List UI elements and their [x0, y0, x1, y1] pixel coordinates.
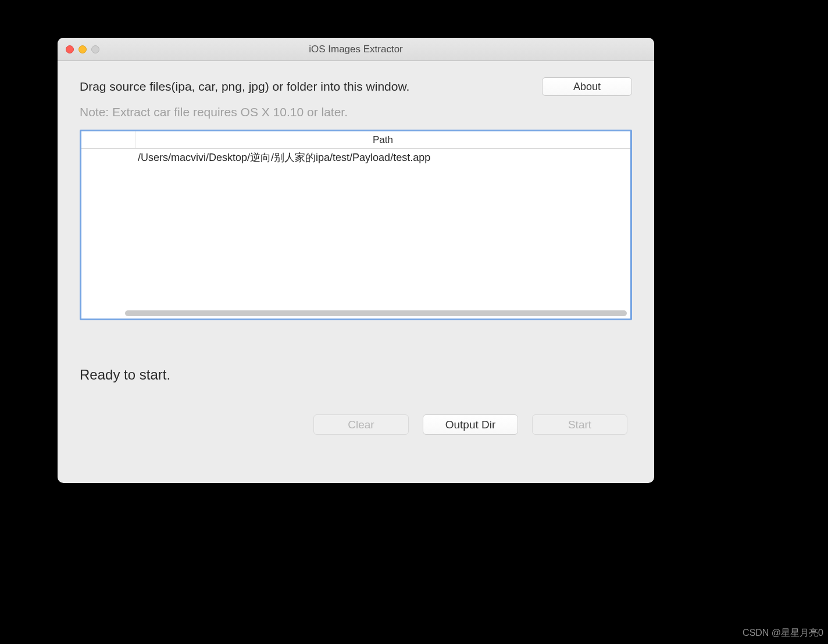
status-text: Ready to start. — [80, 367, 632, 383]
file-drop-table[interactable]: Path /Users/macvivi/Desktop/逆向/别人家的ipa/t… — [80, 130, 632, 320]
table-column-path[interactable]: Path — [135, 131, 630, 148]
window-title: iOS Images Extractor — [58, 44, 654, 55]
app-window: iOS Images Extractor Drag source files(i… — [58, 38, 654, 483]
note-text: Note: Extract car file requires OS X 10.… — [80, 105, 632, 119]
start-button: Start — [532, 414, 627, 435]
window-content: Drag source files(ipa, car, png, jpg) or… — [58, 61, 654, 449]
traffic-lights — [58, 45, 99, 53]
watermark: CSDN @星星月亮0 — [743, 627, 823, 639]
minimize-button[interactable] — [78, 45, 87, 53]
output-dir-button[interactable]: Output Dir — [423, 414, 518, 435]
titlebar: iOS Images Extractor — [58, 38, 654, 61]
table-column-icon — [81, 131, 135, 148]
horizontal-scrollbar[interactable] — [125, 310, 627, 316]
row-path-cell: /Users/macvivi/Desktop/逆向/别人家的ipa/test/P… — [135, 151, 630, 164]
about-button[interactable]: About — [542, 77, 632, 96]
button-row: Clear Output Dir Start — [80, 414, 632, 435]
clear-button: Clear — [313, 414, 409, 435]
close-button[interactable] — [66, 45, 74, 53]
table-body: /Users/macvivi/Desktop/逆向/别人家的ipa/test/P… — [81, 149, 630, 308]
header-row: Drag source files(ipa, car, png, jpg) or… — [80, 77, 632, 96]
instruction-text: Drag source files(ipa, car, png, jpg) or… — [80, 80, 409, 94]
table-row[interactable]: /Users/macvivi/Desktop/逆向/别人家的ipa/test/P… — [81, 149, 630, 166]
table-header: Path — [81, 131, 630, 149]
maximize-button — [91, 45, 99, 53]
